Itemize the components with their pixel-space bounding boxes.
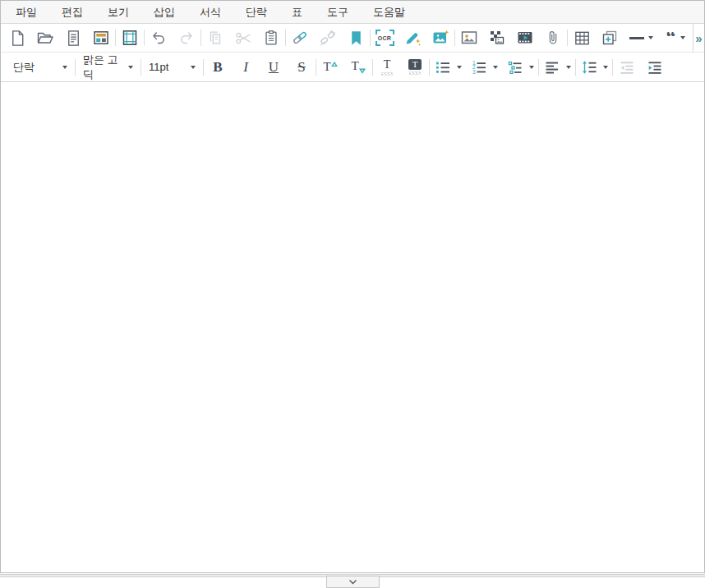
dropdown-caret-icon	[648, 36, 653, 39]
dropdown-caret-icon	[457, 66, 462, 69]
link-icon	[290, 28, 310, 48]
ocr-label: OCR	[378, 35, 391, 41]
video-icon	[515, 28, 535, 48]
cut-button[interactable]	[229, 24, 257, 52]
subscript-button[interactable]: T	[344, 53, 372, 81]
editor-content-area[interactable]	[1, 82, 704, 572]
increase-indent-button[interactable]	[641, 53, 669, 81]
open-folder-icon	[35, 28, 55, 48]
multilevel-list-icon	[506, 58, 524, 76]
document-icon	[64, 29, 83, 48]
superscript-button[interactable]: T	[316, 53, 344, 81]
redo-icon	[177, 29, 196, 47]
toolbar-primary: OCR	[1, 24, 704, 53]
decrease-indent-icon	[618, 58, 636, 76]
document-info-button[interactable]	[59, 24, 87, 52]
align-button[interactable]	[539, 53, 575, 81]
paste-button[interactable]	[257, 24, 285, 52]
menu-insert[interactable]: 삽입	[141, 1, 187, 23]
quote-icon: “	[666, 32, 676, 44]
table-button[interactable]	[568, 24, 596, 52]
video-button[interactable]	[511, 24, 539, 52]
text-color-icon: T	[381, 59, 393, 76]
ocr-icon: OCR	[376, 30, 394, 46]
chevron-down-icon	[348, 579, 357, 585]
unlink-icon	[318, 28, 338, 48]
paragraph-style-select[interactable]: 단락	[6, 53, 75, 82]
new-document-icon	[8, 29, 27, 48]
menu-table[interactable]: 표	[279, 1, 315, 23]
menu-file[interactable]: 파일	[3, 1, 49, 23]
bold-button[interactable]: B	[204, 53, 232, 81]
line-spacing-button[interactable]	[576, 53, 612, 81]
more-tools-button[interactable]: »	[693, 24, 704, 53]
bullet-list-button[interactable]	[430, 53, 466, 81]
dropdown-caret-icon	[566, 66, 571, 69]
numbered-list-icon: 1 2 3	[470, 58, 488, 76]
undo-icon	[150, 29, 168, 47]
italic-icon: I	[243, 60, 248, 74]
font-family-value: 맑은 고딕	[83, 53, 127, 82]
menu-edit[interactable]: 편집	[49, 1, 95, 23]
numbered-list-button[interactable]: 1 2 3	[466, 53, 502, 81]
dropdown-caret-icon	[62, 66, 67, 69]
page-layout-button[interactable]	[116, 24, 144, 52]
link-button[interactable]	[286, 24, 314, 52]
ai-image-button[interactable]	[426, 24, 454, 52]
menu-help[interactable]: 도움말	[361, 1, 417, 23]
text-color-button[interactable]: T	[373, 53, 401, 81]
italic-button[interactable]: I	[232, 53, 260, 81]
dropdown-caret-icon	[493, 66, 498, 69]
photo-collage-icon	[487, 28, 507, 48]
strikethrough-button[interactable]: S	[288, 53, 316, 81]
template-button[interactable]	[87, 24, 115, 52]
svg-text:3: 3	[472, 69, 476, 75]
menu-paragraph[interactable]: 단락	[233, 1, 279, 23]
expand-editor-button[interactable]	[326, 576, 380, 588]
horizontal-line-button[interactable]	[624, 24, 658, 52]
photo-button[interactable]	[455, 24, 483, 52]
dropdown-caret-icon	[529, 66, 534, 69]
photo-collage-button[interactable]	[483, 24, 511, 52]
insert-frame-button[interactable]	[596, 24, 624, 52]
line-spacing-icon	[580, 58, 598, 76]
ocr-button[interactable]: OCR	[371, 24, 399, 52]
insert-frame-icon	[600, 28, 620, 48]
font-family-select[interactable]: 맑은 고딕	[76, 53, 141, 82]
decrease-indent-button[interactable]	[613, 53, 641, 81]
ai-image-icon	[431, 28, 450, 48]
bookmark-button[interactable]	[342, 24, 370, 52]
open-document-button[interactable]	[31, 24, 59, 52]
strikethrough-icon: S	[297, 60, 305, 74]
undo-button[interactable]	[145, 24, 173, 52]
new-document-button[interactable]	[3, 24, 31, 52]
bullet-list-icon	[434, 58, 452, 76]
dropdown-caret-icon	[191, 66, 196, 69]
bold-icon: B	[213, 60, 222, 74]
increase-indent-icon	[646, 58, 664, 76]
menu-format[interactable]: 서식	[187, 1, 233, 23]
redo-button[interactable]	[173, 24, 200, 52]
highlight-color-button[interactable]: T	[401, 53, 429, 81]
attachment-button[interactable]	[539, 24, 567, 52]
paperclip-icon	[544, 29, 562, 47]
paragraph-style-value: 단락	[13, 60, 35, 75]
multilevel-list-button[interactable]	[502, 53, 538, 81]
menu-view[interactable]: 보기	[95, 1, 141, 23]
paste-icon	[262, 29, 280, 47]
editor-window: 파일 편집 보기 삽입 서식 단락 표 도구 도움말	[0, 0, 705, 573]
page-layout-icon	[120, 28, 140, 48]
table-icon	[573, 29, 592, 48]
highlight-color-icon: T	[408, 59, 422, 75]
subscript-icon: T	[351, 60, 365, 74]
unlink-button[interactable]	[314, 24, 342, 52]
dropdown-caret-icon	[603, 66, 608, 69]
underline-button[interactable]: U	[260, 53, 288, 81]
menu-tools[interactable]: 도구	[315, 1, 361, 23]
quote-button[interactable]: “	[658, 24, 693, 52]
menu-bar: 파일 편집 보기 삽입 서식 단락 표 도구 도움말	[1, 1, 704, 24]
bookmark-icon	[347, 29, 366, 48]
copy-button[interactable]	[201, 24, 229, 52]
font-size-select[interactable]: 11pt	[141, 53, 203, 82]
ai-draw-button[interactable]	[399, 24, 426, 52]
